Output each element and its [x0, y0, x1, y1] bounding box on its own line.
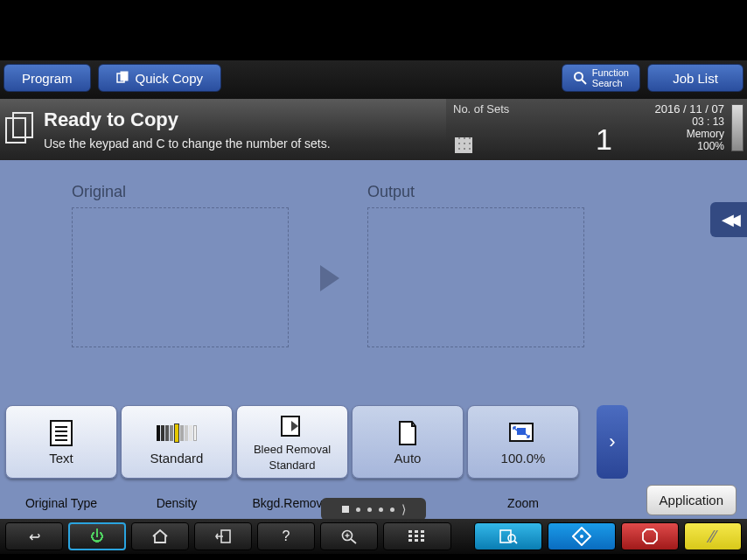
preview-area: Original Output: [0, 160, 747, 405]
memory-label: Memory: [621, 128, 724, 140]
bottom-toolbar: ↩ ⏻ ? ⁄⁄: [0, 519, 747, 554]
svg-rect-24: [408, 539, 412, 542]
date-text: 2016 / 11 / 07: [621, 102, 724, 116]
density-icon: [157, 419, 197, 447]
svg-rect-23: [421, 535, 424, 537]
quick-copy-label: Quick Copy: [136, 71, 204, 86]
svg-rect-19: [415, 530, 418, 533]
svg-rect-12: [517, 428, 526, 435]
label-density: Density: [121, 496, 233, 517]
program-label: Program: [22, 71, 73, 86]
memory-value: 100%: [621, 140, 724, 152]
preview-button[interactable]: [474, 522, 542, 550]
power-icon: ⏻: [90, 528, 104, 544]
svg-marker-32: [643, 529, 657, 543]
svg-point-31: [580, 535, 583, 538]
sets-panel: No. of Sets 1: [446, 99, 621, 160]
page-dot-active: [342, 506, 349, 513]
quick-copy-button[interactable]: Quick Copy: [98, 64, 222, 92]
home-button[interactable]: [131, 522, 189, 550]
search-icon: [573, 71, 587, 85]
option-bkgd-removal[interactable]: Bleed Removal Standard: [236, 405, 348, 479]
document-icon: [5, 112, 37, 147]
job-list-button[interactable]: Job List: [647, 64, 744, 92]
sets-label: No. of Sets: [453, 102, 509, 116]
zoom-icon: [508, 419, 538, 447]
svg-rect-25: [415, 539, 418, 542]
option-density[interactable]: Standard: [121, 405, 233, 479]
status-bar: Ready to Copy Use the keypad and C to ch…: [0, 99, 747, 160]
application-button[interactable]: Application: [646, 485, 737, 515]
arrow-icon: [320, 265, 339, 291]
status-title: Ready to Copy: [44, 108, 331, 131]
back-button[interactable]: ↩: [5, 522, 63, 550]
help-button[interactable]: ?: [257, 522, 315, 550]
reset-icon: ⁄⁄: [710, 527, 716, 547]
svg-rect-4: [51, 421, 72, 445]
svg-rect-18: [408, 530, 412, 533]
option-zoom[interactable]: 100.0%: [467, 405, 579, 479]
sets-value: 1: [596, 122, 612, 157]
bleed-removal-icon: [279, 412, 305, 440]
start-button[interactable]: [548, 522, 616, 550]
start-icon: [572, 527, 591, 546]
top-bar: Program Quick Copy Function Search Job L…: [0, 60, 747, 99]
svg-rect-22: [415, 535, 418, 537]
label-original-type: Original Type: [5, 496, 117, 517]
system-meta: ▦ 2016 / 11 / 07 03 : 13 Memory 100%: [621, 99, 747, 160]
keypad-button[interactable]: [383, 522, 451, 550]
keypad-icon[interactable]: [455, 137, 472, 153]
svg-rect-21: [408, 535, 412, 537]
home-icon: [151, 528, 169, 544]
output-label: Output: [367, 183, 415, 201]
time-text: 03 : 13: [621, 116, 724, 128]
chevron-right-icon: ⟩: [401, 502, 406, 516]
svg-line-29: [514, 541, 517, 543]
label-zoom: Zoom: [467, 496, 579, 517]
function-search-button[interactable]: Function Search: [562, 64, 640, 92]
chevron-right-icon: ›: [609, 430, 615, 453]
options-row: Text Standard Bleed Removal Standard Aut…: [5, 405, 742, 493]
paper-icon: [397, 419, 418, 447]
option-original-type[interactable]: Text: [5, 405, 117, 479]
stop-icon: [641, 528, 659, 545]
chevron-left-double-icon: ◀◀: [722, 210, 736, 229]
svg-rect-26: [421, 539, 424, 542]
back-icon: ↩: [29, 528, 40, 545]
svg-point-28: [508, 535, 515, 542]
svg-point-2: [575, 73, 583, 80]
exit-button[interactable]: [194, 522, 252, 550]
exit-icon: [214, 528, 232, 544]
original-label: Original: [72, 183, 126, 201]
memory-bar-icon: [731, 104, 744, 151]
option-paper[interactable]: Auto: [352, 405, 464, 479]
original-preview: [72, 207, 289, 347]
page-indicator[interactable]: ⟩: [321, 498, 426, 521]
power-button[interactable]: ⏻: [68, 522, 126, 550]
program-button[interactable]: Program: [3, 64, 91, 92]
output-preview: [367, 207, 584, 347]
help-icon: ?: [283, 528, 290, 544]
reset-button[interactable]: ⁄⁄: [684, 522, 742, 550]
documents-icon: [116, 71, 130, 85]
more-options-button[interactable]: ›: [597, 405, 628, 479]
svg-rect-20: [421, 530, 424, 533]
expand-panel-tab[interactable]: ◀◀: [710, 202, 747, 237]
status-subtitle: Use the keypad and C to change the numbe…: [44, 136, 331, 150]
app-root: Program Quick Copy Function Search Job L…: [0, 60, 747, 554]
stop-button[interactable]: [621, 522, 679, 550]
preview-icon: [499, 528, 518, 544]
svg-rect-1: [121, 72, 128, 80]
enlarge-button[interactable]: [320, 522, 378, 550]
svg-line-15: [351, 539, 356, 543]
text-icon: [49, 419, 73, 447]
keypad-icon: [408, 529, 427, 543]
svg-line-3: [582, 80, 586, 84]
magnify-plus-icon: [339, 528, 359, 544]
